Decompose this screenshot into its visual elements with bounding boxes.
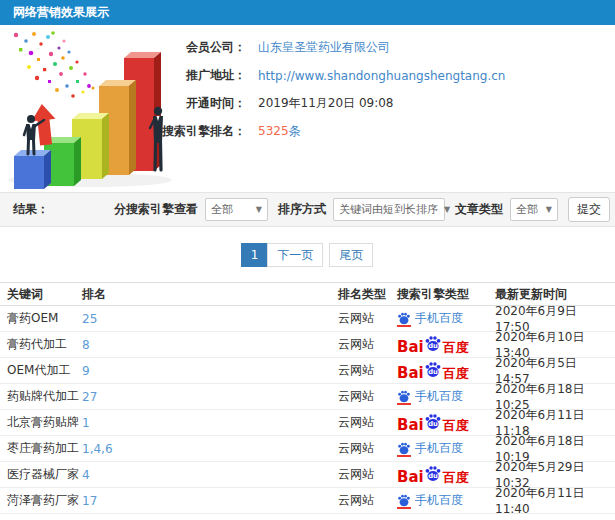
baidu-paw-icon — [397, 493, 411, 509]
engine-cell: Baidu百度 — [397, 412, 495, 433]
open-time-value: 2019年11月20日 09:08 — [258, 95, 393, 112]
keyword-cell: 膏药OEM — [0, 310, 82, 327]
engine-cell: 手机百度 — [397, 388, 495, 405]
baidu-logo: Baidu百度 — [397, 464, 469, 485]
next-page-button[interactable]: 下一页 — [267, 243, 323, 267]
baidu-logo-bai: Bai — [397, 418, 424, 433]
baidu-logo-cn: 百度 — [443, 419, 469, 433]
confetti-dots — [14, 31, 95, 98]
chevron-down-icon: ▼ — [546, 205, 552, 214]
company-row: 会员公司： 山东皇圣堂药业有限公司 — [162, 39, 615, 56]
baidu-paw-icon: du — [424, 412, 442, 430]
baidu-logo-cn: 百度 — [443, 471, 469, 485]
baidu-logo-cn: 百度 — [443, 341, 469, 355]
engine-cell: 手机百度 — [397, 492, 495, 509]
rank-link[interactable]: 4 — [82, 468, 90, 482]
rank-link[interactable]: 9 — [82, 364, 90, 378]
engine-select[interactable]: 全部 ▼ — [205, 198, 268, 221]
keyword-cell: 菏泽膏药厂家 — [0, 492, 82, 509]
rank-type-cell: 云网站 — [338, 492, 397, 509]
engine-name-label: 手机百度 — [415, 310, 463, 327]
baidu-logo: Baidu百度 — [397, 360, 469, 381]
pagination: 1 下一页 尾页 — [0, 227, 615, 282]
sort-filter-label: 排序方式 — [278, 201, 326, 218]
rank-link[interactable]: 8 — [82, 338, 90, 352]
engine-cell: 手机百度 — [397, 310, 495, 327]
rank-link[interactable]: 17 — [82, 494, 97, 508]
keyword-cell: 枣庄膏药加工 — [0, 440, 82, 457]
baidu-logo-cn: 百度 — [443, 367, 469, 381]
rank-link[interactable]: 27 — [82, 390, 97, 404]
chevron-down-icon: ▼ — [444, 205, 450, 214]
bar-chart-illustration — [2, 27, 180, 191]
rank-type-cell: 云网站 — [338, 310, 397, 327]
mobile-baidu-badge: 手机百度 — [397, 388, 463, 405]
page-1-button[interactable]: 1 — [241, 243, 269, 267]
engine-cell: Baidu百度 — [397, 464, 495, 485]
col-header-rank-type: 排名类型 — [338, 286, 397, 303]
promo-url-row: 推广地址： http://www.shandonghuangshengtang.… — [162, 67, 615, 84]
baidu-paw-icon: du — [424, 360, 442, 378]
mobile-baidu-badge: 手机百度 — [397, 310, 463, 327]
rank-link[interactable]: 25 — [82, 312, 97, 326]
svg-text:du: du — [428, 472, 438, 480]
filter-bar: 结果： 分搜索引擎查看 全部 ▼ 排序方式 关键词由短到长排序 ▼ 文章类型 全… — [0, 192, 615, 227]
baidu-paw-icon — [397, 389, 411, 405]
rank-link[interactable]: 1 — [82, 416, 90, 430]
col-header-rank: 排名 — [82, 286, 338, 303]
company-link[interactable]: 山东皇圣堂药业有限公司 — [258, 39, 390, 56]
mobile-baidu-badge: 手机百度 — [397, 440, 463, 457]
member-info: 会员公司： 山东皇圣堂药业有限公司 推广地址： http://www.shand… — [162, 25, 615, 140]
article-type-select-value: 全部 — [516, 202, 538, 217]
col-header-updated: 最新更新时间 — [495, 286, 615, 303]
engine-rank-count: 5325 — [258, 124, 289, 138]
baidu-paw-icon: du — [424, 464, 442, 482]
bar-chart-illustration-svg — [2, 27, 178, 191]
engine-cell: Baidu百度 — [397, 334, 495, 355]
promo-url-link[interactable]: http://www.shandonghuangshengtang.cn — [258, 69, 505, 83]
engine-rank-unit-link[interactable]: 条 — [289, 124, 301, 138]
svg-text:du: du — [428, 420, 438, 428]
engine-cell: Baidu百度 — [397, 360, 495, 381]
engine-rank-row: 搜索引擎排名： 5325条 — [162, 123, 615, 140]
engine-filter-label: 分搜索引擎查看 — [114, 201, 198, 218]
baidu-logo-bai: Bai — [397, 470, 424, 485]
open-time-row: 开通时间： 2019年11月20日 09:08 — [162, 95, 615, 112]
article-type-select[interactable]: 全部 ▼ — [510, 198, 558, 221]
updated-cell: 2020年6月11日 11:40 — [495, 485, 615, 516]
rank-type-cell: 云网站 — [338, 388, 397, 405]
rank-type-cell: 云网站 — [338, 466, 397, 483]
keyword-cell: 北京膏药贴牌 — [0, 414, 82, 431]
article-type-label: 文章类型 — [455, 201, 503, 218]
baidu-paw-icon: du — [424, 334, 442, 352]
results-table: 关键词 排名 排名类型 搜索引擎类型 最新更新时间 膏药OEM 25 云网站 手… — [0, 282, 615, 514]
rank-type-cell: 云网站 — [338, 414, 397, 431]
baidu-logo: Baidu百度 — [397, 334, 469, 355]
filter-controls: 分搜索引擎查看 全部 ▼ 排序方式 关键词由短到长排序 ▼ 文章类型 全部 ▼ … — [114, 197, 610, 222]
table-row: 菏泽膏药厂家 17 云网站 手机百度 2020年6月11日 11:40 — [0, 488, 615, 514]
sort-select[interactable]: 关键词由短到长排序 ▼ — [333, 198, 445, 221]
app-header: 网络营销效果展示 — [0, 0, 615, 25]
rank-type-cell: 云网站 — [338, 336, 397, 353]
col-header-keyword: 关键词 — [0, 286, 82, 303]
keyword-cell: 膏药代加工 — [0, 336, 82, 353]
engine-name-label: 手机百度 — [415, 492, 463, 509]
rank-link[interactable]: 1,4,6 — [82, 442, 113, 456]
engine-cell: 手机百度 — [397, 440, 495, 457]
page: 网络营销效果展示 — [0, 0, 615, 520]
last-page-button[interactable]: 尾页 — [329, 243, 373, 267]
baidu-paw-icon — [397, 311, 411, 327]
baidu-logo-bai: Bai — [397, 366, 424, 381]
mobile-baidu-badge: 手机百度 — [397, 492, 463, 509]
baidu-logo: Baidu百度 — [397, 412, 469, 433]
keyword-cell: 医疗器械厂家 — [0, 466, 82, 483]
keyword-cell: 药贴牌代加工 — [0, 388, 82, 405]
baidu-paw-icon — [397, 441, 411, 457]
summary-section: 会员公司： 山东皇圣堂药业有限公司 推广地址： http://www.shand… — [0, 25, 615, 192]
submit-button[interactable]: 提交 — [568, 197, 610, 222]
rank-type-cell: 云网站 — [338, 362, 397, 379]
engine-select-value: 全部 — [211, 202, 233, 217]
svg-text:du: du — [428, 368, 438, 376]
col-header-engine-type: 搜索引擎类型 — [397, 286, 495, 303]
sort-select-value: 关键词由短到长排序 — [339, 202, 438, 217]
